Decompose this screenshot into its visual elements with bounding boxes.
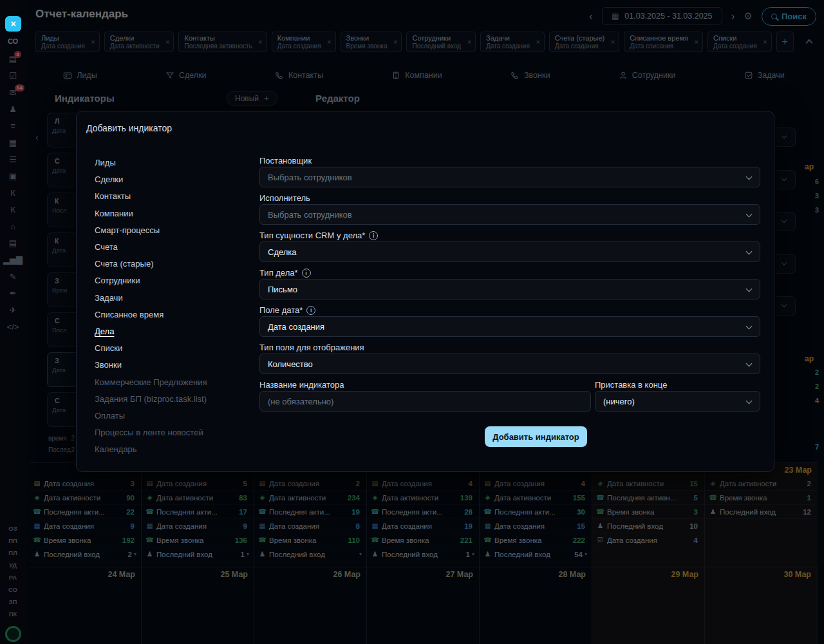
assigner-label: Постановщик	[259, 155, 760, 167]
select-placeholder: Выбрать сотрудников	[268, 173, 352, 182]
entity-category-item[interactable]: Задания БП (bizproc.task.list)	[95, 391, 207, 408]
label-text: Тип поля для отображения	[259, 343, 364, 352]
select-value: (ничего)	[603, 397, 635, 406]
entity-category-item[interactable]: Списки	[95, 340, 207, 357]
add-indicator-submit-button[interactable]: Добавить индикатор	[485, 426, 587, 447]
label-text: Название индикатора	[259, 380, 344, 390]
indicator-form: Постановщик Выбрать сотрудников Исполнит…	[259, 155, 760, 416]
executor-label: Исполнитель	[259, 192, 760, 204]
entity-category-item[interactable]: Сделки	[95, 171, 207, 188]
display-type-select[interactable]: Количество	[259, 354, 760, 374]
label-text: Приставка в конце	[595, 380, 667, 390]
entity-category-item[interactable]: Коммерческие Предложения	[95, 374, 207, 391]
entity-category-item[interactable]: Контакты	[95, 188, 207, 205]
crm-entity-select[interactable]: Сделка	[259, 242, 760, 262]
suffix-select[interactable]: (ничего)	[595, 391, 760, 412]
chevron-down-icon	[746, 398, 753, 404]
app: СО ▤ 3 ☑ ✉ 64 ♟ ≡ ▦ ☰	[0, 0, 824, 644]
chevron-down-icon	[746, 361, 753, 367]
entity-category-item[interactable]: Лиды	[95, 155, 207, 171]
label-text: Поле дата*	[259, 305, 303, 315]
indicator-name-input[interactable]	[259, 391, 591, 412]
chevron-down-icon	[746, 174, 753, 180]
add-indicator-modal: Добавить индикатор ЛидыСделкиКонтактыКом…	[76, 111, 774, 472]
assigner-select[interactable]: Выбрать сотрудников	[259, 167, 760, 187]
entity-category-item[interactable]: Списанное время	[95, 307, 207, 323]
activity-type-select[interactable]: Письмо	[259, 279, 760, 299]
date-field-label: Поле дата* i	[259, 304, 760, 316]
label-text: Постановщик	[259, 156, 312, 166]
executor-select[interactable]: Выбрать сотрудников	[259, 204, 760, 225]
close-slider-button[interactable]: ×	[5, 16, 21, 32]
entity-category-list: ЛидыСделкиКонтактыКомпанииСмарт-процессы…	[95, 155, 207, 459]
chevron-down-icon	[746, 211, 753, 218]
entity-category-item[interactable]: Оплаты	[95, 408, 207, 424]
date-field-select[interactable]: Дата создания	[259, 316, 760, 337]
label-text: Исполнитель	[259, 193, 310, 203]
entity-category-item[interactable]: Счета (старые)	[95, 256, 207, 272]
entity-category-item[interactable]: Счета	[95, 239, 207, 256]
entity-category-item[interactable]: Сотрудники	[95, 272, 207, 289]
select-value: Письмо	[268, 285, 297, 294]
label-text: Тип сущности CRM у дела*	[259, 231, 365, 240]
crm-entity-label: Тип сущности CRM у дела* i	[259, 229, 760, 242]
entity-category-item[interactable]: Смарт-процессы	[95, 222, 207, 239]
entity-category-item[interactable]: Звонки	[95, 357, 207, 374]
chevron-down-icon	[746, 249, 753, 255]
entity-category-item[interactable]: Процессы в ленте новостей	[95, 424, 207, 441]
entity-category-item[interactable]: Календарь	[95, 441, 207, 458]
activity-type-label: Тип дела* i	[259, 267, 760, 279]
select-value: Количество	[268, 359, 313, 369]
info-icon[interactable]: i	[302, 269, 311, 278]
indicator-name-label: Название индикатора	[259, 379, 591, 391]
select-placeholder: Выбрать сотрудников	[268, 210, 352, 220]
select-value: Дата создания	[268, 322, 324, 332]
modal-title: Добавить индикатор	[86, 123, 172, 133]
chevron-down-icon	[746, 323, 753, 330]
info-icon[interactable]: i	[306, 306, 315, 315]
entity-category-item[interactable]: Дела	[95, 323, 207, 340]
label-text: Тип дела*	[259, 268, 298, 278]
suffix-label: Приставка в конце	[595, 379, 760, 391]
info-icon[interactable]: i	[369, 231, 378, 240]
entity-category-item[interactable]: Задачи	[95, 290, 207, 307]
select-value: Сделка	[268, 247, 297, 257]
display-type-label: Тип поля для отображения	[259, 341, 760, 354]
chevron-down-icon	[746, 286, 753, 292]
entity-category-item[interactable]: Компании	[95, 205, 207, 222]
